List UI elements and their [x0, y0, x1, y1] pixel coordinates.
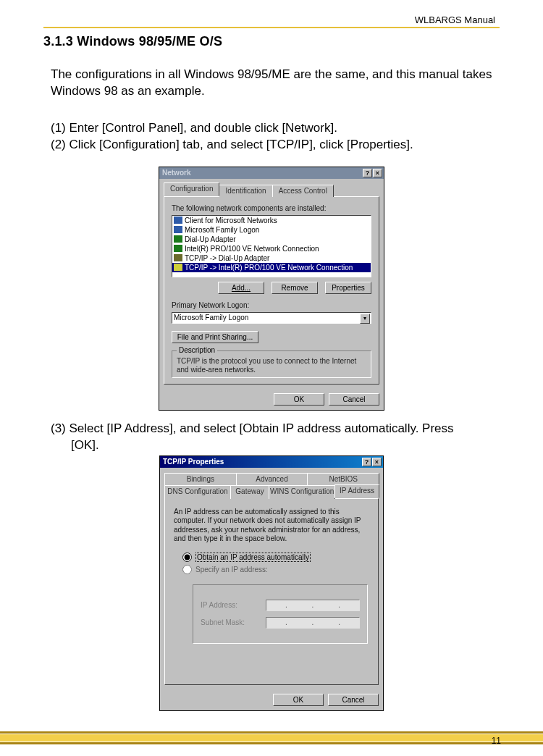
tab-bindings[interactable]: Bindings: [164, 473, 237, 485]
step-2: (2) Click [Configuration] tab, and selec…: [51, 137, 500, 154]
client-icon: [174, 217, 182, 224]
radio-specify-input[interactable]: [182, 565, 192, 574]
radio-specify[interactable]: Specify an IP address:: [182, 565, 371, 574]
list-item[interactable]: Client for Microsoft Networks: [172, 216, 371, 225]
subnet-mask-label: Subnet Mask:: [201, 618, 253, 626]
ok-button[interactable]: OK: [274, 393, 324, 406]
client-icon: [174, 226, 182, 233]
tcpip-tabs-row1: Bindings Advanced NetBIOS: [164, 472, 379, 484]
tab-identification[interactable]: Identification: [219, 185, 272, 197]
ok-button[interactable]: OK: [273, 694, 324, 706]
radio-obtain-auto[interactable]: Obtain an IP address automatically: [182, 553, 371, 562]
ip-fields-group: IP Address: ... Subnet Mask: ...: [193, 584, 368, 644]
list-item[interactable]: Microsoft Family Logon: [172, 225, 371, 235]
cancel-button[interactable]: Cancel: [328, 694, 379, 706]
ip-address-label: IP Address:: [201, 601, 253, 609]
components-label: The following network components are ins…: [172, 204, 371, 212]
radio-obtain-auto-label: Obtain an IP address automatically: [195, 553, 311, 562]
tab-ip-address[interactable]: IP Address: [334, 484, 379, 498]
tcpip-title: TCP/IP Properties: [163, 458, 224, 466]
list-item-label: TCP/IP -> Intel(R) PRO/100 VE Network Co…: [185, 264, 353, 272]
list-item-selected[interactable]: TCP/IP -> Intel(R) PRO/100 VE Network Co…: [172, 263, 371, 272]
tcpip-titlebar: TCP/IP Properties ? ×: [160, 456, 383, 468]
properties-button[interactable]: Properties: [325, 282, 371, 294]
tab-dns[interactable]: DNS Configuration: [164, 485, 231, 499]
list-item[interactable]: TCP/IP -> Dial-Up Adapter: [172, 253, 371, 263]
intro-paragraph: The configurations in all Windows 98/95/…: [51, 67, 500, 100]
ip-address-field[interactable]: ...: [266, 600, 360, 611]
list-item[interactable]: Intel(R) PRO/100 VE Network Connection: [172, 244, 371, 253]
tab-configuration[interactable]: Configuration: [164, 182, 219, 196]
step-3-line1: (3) Select [IP Address], and select [Obt…: [51, 421, 454, 435]
primary-logon-combo[interactable]: Microsoft Family Logon: [172, 312, 371, 324]
step-1: (1) Enter [Control Panel], and double cl…: [51, 120, 500, 137]
list-item-label: Client for Microsoft Networks: [185, 217, 277, 224]
tab-wins[interactable]: WINS Configuration: [269, 485, 335, 499]
remove-button[interactable]: Remove: [272, 282, 318, 294]
step-3-line2: [OK].: [51, 437, 500, 454]
list-item-label: Dial-Up Adapter: [185, 235, 236, 243]
list-item-label: Microsoft Family Logon: [185, 226, 259, 234]
network-tabs: Configuration Identification Access Cont…: [164, 183, 379, 196]
add-button[interactable]: Add...: [218, 282, 264, 294]
close-button[interactable]: ×: [373, 169, 382, 177]
network-dialog: Network ? × Configuration Identification…: [159, 167, 384, 411]
add-button-label: Add...: [232, 284, 251, 292]
page-number: 11: [492, 736, 501, 746]
primary-logon-label: Primary Network Logon:: [172, 301, 371, 309]
protocol-icon: [174, 264, 182, 271]
network-title: Network: [162, 169, 190, 177]
file-print-sharing-button[interactable]: File and Print Sharing...: [172, 331, 258, 343]
description-group-title: Description: [177, 346, 217, 354]
tab-netbios[interactable]: NetBIOS: [307, 473, 379, 485]
list-item-label: TCP/IP -> Dial-Up Adapter: [185, 254, 269, 262]
header-manual-title: WLBARGS Manual: [43, 14, 500, 28]
radio-specify-label: Specify an IP address:: [195, 566, 268, 574]
help-button[interactable]: ?: [362, 458, 371, 466]
primary-logon-value: Microsoft Family Logon: [174, 314, 248, 322]
description-text: TCP/IP is the protocol you use to connec…: [177, 357, 366, 374]
subnet-mask-field[interactable]: ...: [266, 617, 360, 629]
ip-explain-text: An IP address can be automatically assig…: [172, 506, 371, 550]
list-item[interactable]: Dial-Up Adapter: [172, 235, 371, 244]
adapter-icon: [174, 245, 182, 252]
components-listbox[interactable]: Client for Microsoft Networks Microsoft …: [172, 215, 371, 277]
tab-advanced[interactable]: Advanced: [236, 473, 308, 485]
section-heading: 3.1.3 Windows 98/95/ME O/S: [43, 34, 500, 49]
network-titlebar: Network ? ×: [159, 167, 384, 179]
close-button[interactable]: ×: [372, 458, 382, 466]
protocol-icon: [174, 254, 182, 261]
tab-access-control[interactable]: Access Control: [272, 185, 334, 197]
adapter-icon: [174, 235, 182, 243]
list-item-label: Intel(R) PRO/100 VE Network Connection: [185, 245, 319, 253]
tcpip-dialog: TCP/IP Properties ? × Bindings Advanced …: [159, 455, 384, 711]
cancel-button[interactable]: Cancel: [329, 393, 379, 406]
radio-obtain-auto-input[interactable]: [182, 553, 192, 562]
tab-gateway[interactable]: Gateway: [230, 485, 269, 499]
footer-bars: 11: [0, 731, 543, 744]
tcpip-tabs-row2: DNS Configuration Gateway WINS Configura…: [164, 484, 379, 498]
help-button[interactable]: ?: [363, 169, 372, 177]
